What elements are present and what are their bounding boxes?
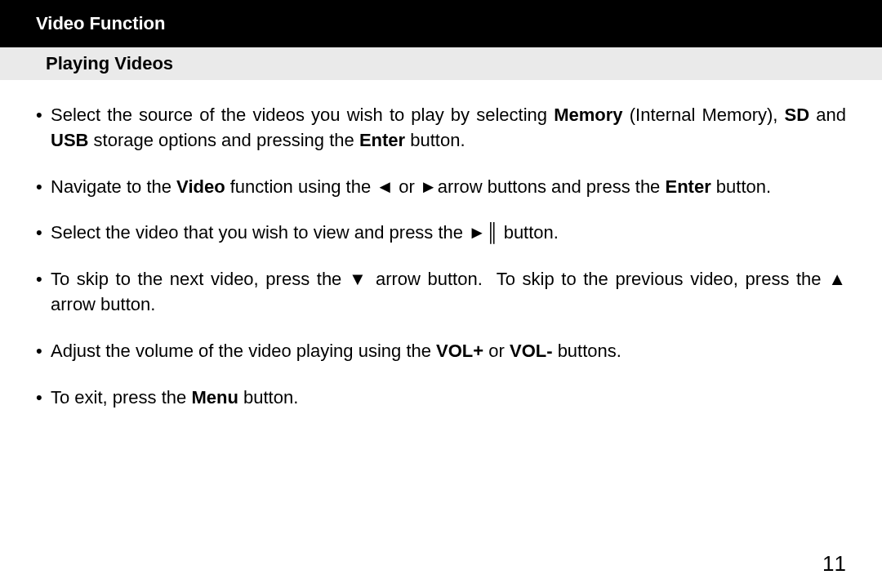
- list-item: To exit, press the Menu button.: [36, 385, 846, 411]
- list-item: Adjust the volume of the video playing u…: [36, 339, 846, 364]
- section-title: Video Function: [36, 13, 165, 33]
- subsection-title: Playing Videos: [46, 53, 173, 74]
- list-item: Select the source of the videos you wish…: [36, 103, 846, 154]
- subsection-header: Playing Videos: [0, 47, 882, 80]
- section-header: Video Function: [0, 0, 882, 47]
- list-item: Select the video that you wish to view a…: [36, 220, 846, 246]
- instruction-list: Select the source of the videos you wish…: [36, 103, 846, 410]
- list-item: Navigate to the Video function using the…: [36, 175, 846, 200]
- page-number: 11: [822, 551, 846, 577]
- list-item: To skip to the next video, press the ▼ a…: [36, 267, 846, 318]
- body-content: Select the source of the videos you wish…: [0, 80, 882, 410]
